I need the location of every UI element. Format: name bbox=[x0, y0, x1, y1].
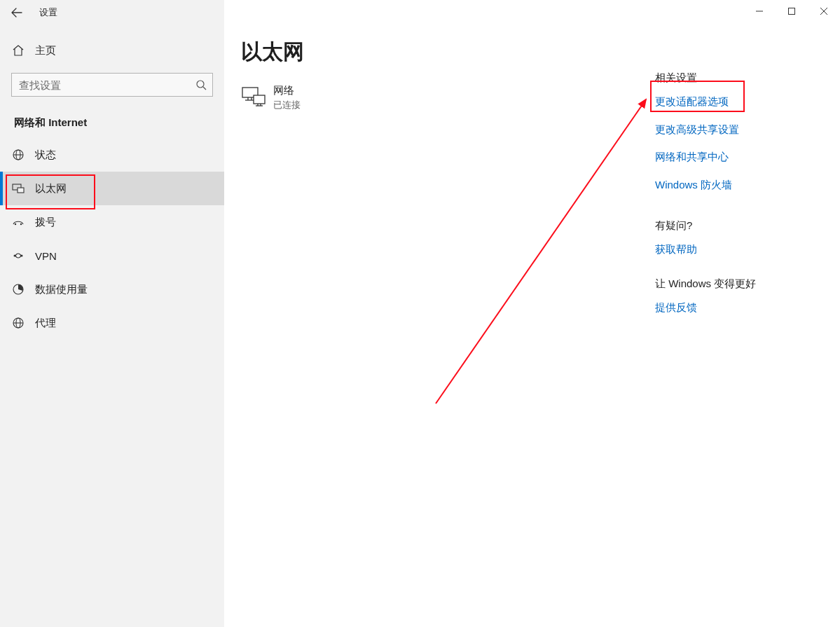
nav-dialup[interactable]: 拨号 bbox=[0, 205, 224, 239]
link-advanced-sharing[interactable]: 更改高级共享设置 bbox=[655, 123, 809, 137]
titlebar: 设置 bbox=[0, 0, 224, 25]
network-name: 网络 bbox=[273, 84, 301, 97]
link-feedback[interactable]: 提供反馈 bbox=[655, 301, 809, 315]
nav-dialup-label: 拨号 bbox=[35, 216, 56, 229]
network-monitor-icon bbox=[241, 84, 266, 109]
data-usage-icon bbox=[11, 283, 25, 296]
minimize-icon bbox=[756, 8, 763, 15]
ethernet-icon bbox=[11, 182, 25, 195]
nav-ethernet-label: 以太网 bbox=[35, 182, 67, 195]
settings-window: 设置 主页 网络和 Internet bbox=[0, 0, 840, 627]
back-button[interactable] bbox=[6, 1, 28, 24]
page-title: 以太网 bbox=[241, 38, 304, 67]
network-status: 已连接 bbox=[273, 99, 301, 111]
nav-datausage-label: 数据使用量 bbox=[35, 283, 88, 296]
improve-heading: 让 Windows 变得更好 bbox=[655, 277, 809, 291]
network-tile[interactable]: 网络 已连接 bbox=[241, 84, 301, 111]
window-controls bbox=[743, 0, 840, 22]
related-settings-heading: 相关设置 bbox=[655, 71, 809, 85]
vpn-icon bbox=[11, 249, 25, 262]
link-get-help[interactable]: 获取帮助 bbox=[655, 242, 809, 256]
nav-status[interactable]: 状态 bbox=[0, 138, 224, 172]
minimize-button[interactable] bbox=[743, 0, 776, 22]
svg-rect-6 bbox=[18, 188, 24, 193]
proxy-icon bbox=[11, 317, 25, 329]
nav-datausage[interactable]: 数据使用量 bbox=[0, 273, 224, 306]
nav-ethernet[interactable]: 以太网 bbox=[0, 172, 224, 205]
close-button[interactable] bbox=[808, 0, 840, 22]
maximize-icon bbox=[788, 8, 795, 15]
svg-point-7 bbox=[15, 223, 16, 225]
nav-proxy-label: 代理 bbox=[35, 317, 56, 330]
sidebar: 设置 主页 网络和 Internet bbox=[0, 0, 224, 627]
svg-rect-23 bbox=[254, 95, 265, 104]
home-nav[interactable]: 主页 bbox=[0, 34, 224, 67]
svg-point-0 bbox=[197, 81, 204, 88]
close-icon bbox=[820, 8, 827, 15]
nav-vpn[interactable]: VPN bbox=[0, 239, 224, 273]
link-adapter-options[interactable]: 更改适配器选项 bbox=[655, 95, 809, 109]
nav-vpn-label: VPN bbox=[35, 250, 57, 262]
svg-point-8 bbox=[20, 223, 22, 225]
nav-proxy[interactable]: 代理 bbox=[0, 306, 224, 340]
back-arrow-icon bbox=[11, 7, 22, 18]
network-texts: 网络 已连接 bbox=[273, 84, 301, 111]
category-heading: 网络和 Internet bbox=[14, 116, 224, 130]
search-icon bbox=[195, 78, 207, 91]
maximize-button[interactable] bbox=[776, 0, 808, 22]
nav-status-label: 状态 bbox=[35, 149, 56, 162]
link-windows-firewall[interactable]: Windows 防火墙 bbox=[655, 178, 809, 192]
app-title: 设置 bbox=[39, 6, 57, 19]
svg-rect-16 bbox=[789, 8, 795, 15]
search-input[interactable] bbox=[11, 73, 213, 97]
home-label: 主页 bbox=[35, 44, 56, 57]
right-rail: 相关设置 更改适配器选项 更改高级共享设置 网络和共享中心 Windows 防火… bbox=[655, 71, 809, 328]
globe-icon bbox=[11, 149, 25, 161]
home-icon bbox=[11, 44, 25, 57]
question-heading: 有疑问? bbox=[655, 219, 809, 233]
svg-line-1 bbox=[203, 87, 206, 90]
search-wrap bbox=[11, 73, 213, 97]
dialup-icon bbox=[11, 216, 25, 228]
link-network-sharing-center[interactable]: 网络和共享中心 bbox=[655, 150, 809, 164]
